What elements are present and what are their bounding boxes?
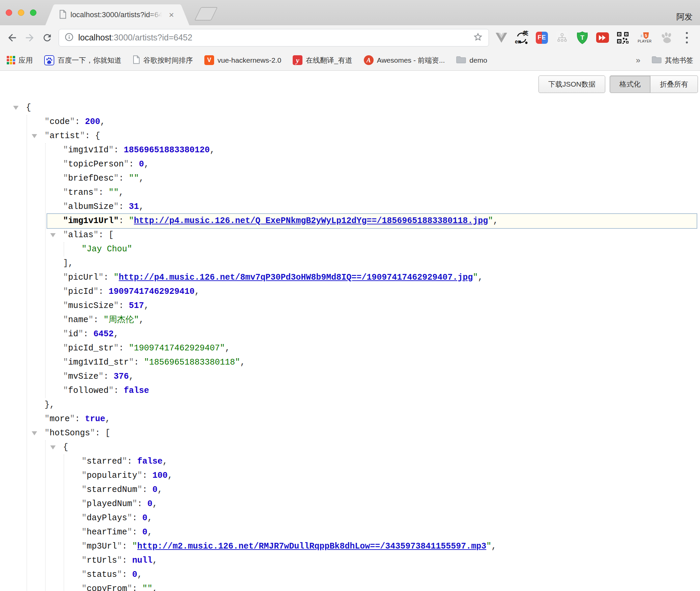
org-chart-icon[interactable] bbox=[554, 30, 570, 45]
json-line: "starred": false, bbox=[82, 455, 700, 469]
bookmark-star-icon[interactable] bbox=[473, 32, 483, 43]
json-punct: , bbox=[152, 556, 157, 565]
collapse-triangle-icon[interactable] bbox=[32, 134, 37, 138]
json-punct: , bbox=[195, 287, 200, 297]
json-punct: : bbox=[132, 584, 142, 591]
youdao-tile-icon: y bbox=[293, 55, 302, 65]
page-content: 下载JSON数据 格式化 折叠所有 {"code": 200,"artist":… bbox=[0, 71, 700, 591]
json-key: "alias" bbox=[63, 230, 98, 240]
json-line: "picUrl": "http://p4.music.126.net/8mv7q… bbox=[63, 271, 700, 285]
vue-devtools-icon[interactable] bbox=[494, 30, 509, 45]
bookmark-awesomes[interactable]: A Awesomes - 前端资... bbox=[364, 55, 445, 65]
json-string: "Jay Chou" bbox=[82, 244, 132, 254]
json-number: 0 bbox=[142, 513, 147, 523]
format-button[interactable]: 格式化 bbox=[610, 75, 650, 93]
json-punct: : bbox=[98, 287, 109, 297]
zoom-window-icon[interactable] bbox=[30, 9, 36, 16]
json-url-link[interactable]: http://p4.music.126.net/Q_ExePNkmgB2yWyL… bbox=[134, 216, 488, 226]
green-shield-t-icon[interactable]: T bbox=[575, 30, 590, 45]
json-block: "img1v1Id": 18569651883380120,"topicPers… bbox=[45, 143, 700, 398]
json-punct: : bbox=[119, 174, 129, 183]
json-number: 0 bbox=[152, 485, 157, 495]
collapse-triangle-icon[interactable] bbox=[13, 106, 19, 110]
bookmark-vue-hackernews[interactable]: V vue-hackernews-2.0 bbox=[204, 55, 281, 65]
collapse-triangle-icon[interactable] bbox=[50, 445, 56, 449]
fast-forward-icon[interactable] bbox=[595, 30, 610, 45]
reload-button[interactable] bbox=[38, 29, 56, 46]
json-line: "Jay Chou" bbox=[82, 242, 700, 256]
bookmark-google-sort[interactable]: 谷歌按时间排序 bbox=[133, 55, 193, 65]
json-line: "picId": 19097417462929410, bbox=[63, 285, 700, 299]
json-line: { bbox=[63, 440, 700, 455]
site-info-icon[interactable] bbox=[64, 32, 74, 43]
json-url-link[interactable]: http://p4.music.126.net/8mv7qP30Pd3oHW8b… bbox=[119, 273, 473, 282]
baidu-paw-icon bbox=[44, 55, 54, 65]
awesomes-circle-icon: A bbox=[364, 55, 374, 65]
back-button[interactable] bbox=[3, 29, 21, 46]
collapse-triangle-icon[interactable] bbox=[32, 431, 37, 435]
json-key: "picId_str" bbox=[63, 343, 119, 353]
download-json-button[interactable]: 下载JSON数据 bbox=[538, 75, 605, 93]
bookmarks-overflow-chevron[interactable]: » bbox=[636, 56, 640, 65]
json-line: "mp3Url": "http://m2.music.126.net/RMJR7… bbox=[82, 539, 700, 554]
json-number: 100 bbox=[152, 471, 168, 480]
json-line-selected: "img1v1Url": "http://p4.music.126.net/Q_… bbox=[47, 213, 697, 229]
json-line: "copyFrom": "", bbox=[82, 582, 700, 591]
url-path: :3000/artists?id=6452 bbox=[112, 33, 193, 42]
json-punct: , bbox=[478, 273, 483, 282]
json-url-link[interactable]: http://m2.music.126.net/RMJR7wDullRqppBk… bbox=[137, 541, 486, 551]
paw-icon[interactable] bbox=[659, 30, 674, 45]
json-key: "musicSize" bbox=[63, 301, 119, 311]
json-number: 0 bbox=[139, 159, 144, 169]
json-punct: : bbox=[127, 457, 137, 466]
new-tab-button[interactable] bbox=[194, 7, 218, 21]
page-icon bbox=[133, 55, 140, 65]
translate-icon[interactable]: 英 en bbox=[514, 30, 529, 45]
json-viewer-actions: 下载JSON数据 格式化 折叠所有 bbox=[538, 75, 698, 93]
json-line: "picId_str": "19097417462929407", bbox=[63, 341, 700, 355]
json-key: "starredNum" bbox=[82, 485, 142, 495]
json-punct: , bbox=[147, 513, 152, 523]
json-key: "followed" bbox=[63, 386, 114, 396]
profile-name[interactable]: 阿发 bbox=[676, 11, 693, 22]
bookmark-folder-demo[interactable]: demo bbox=[456, 56, 487, 65]
view-mode-toggle: 格式化 折叠所有 bbox=[610, 75, 698, 93]
json-number: 0 bbox=[142, 527, 147, 537]
json-line: ], bbox=[63, 256, 700, 271]
html5-player-icon[interactable]: s5 PLAYER bbox=[635, 30, 654, 45]
json-number: true bbox=[85, 414, 105, 424]
fe-helper-icon[interactable]: FE bbox=[534, 30, 550, 45]
tab-close-icon[interactable]: × bbox=[169, 10, 174, 19]
json-line: "rtUrls": null, bbox=[82, 554, 700, 568]
url-text[interactable]: localhost:3000/artists?id=6452 bbox=[78, 33, 192, 42]
forward-button[interactable] bbox=[21, 29, 38, 46]
close-window-icon[interactable] bbox=[6, 9, 12, 16]
json-number: 18569651883380120 bbox=[124, 145, 210, 155]
menu-kebab-icon[interactable] bbox=[679, 30, 695, 45]
json-punct: , bbox=[152, 499, 157, 509]
json-number: 6452 bbox=[93, 329, 114, 339]
json-punct: , bbox=[225, 343, 230, 353]
json-line: "artist": { bbox=[45, 129, 700, 143]
json-punct: , bbox=[105, 414, 110, 424]
json-punct: , bbox=[114, 329, 119, 339]
bookmark-baidu[interactable]: 百度一下，你就知道 bbox=[44, 55, 121, 65]
bookmark-apps[interactable]: 应用 bbox=[7, 56, 33, 65]
bookmark-youdao-translate[interactable]: y 在线翻译_有道 bbox=[293, 55, 352, 65]
traffic-lights bbox=[6, 9, 36, 16]
bookmark-other-folder[interactable]: 其他书签 bbox=[652, 56, 693, 65]
json-punct: , bbox=[240, 357, 245, 367]
collapse-all-button[interactable]: 折叠所有 bbox=[650, 75, 698, 93]
collapse-triangle-icon[interactable] bbox=[50, 233, 56, 237]
page-icon bbox=[59, 10, 66, 20]
json-number: false bbox=[137, 457, 163, 466]
bookmarks-bar: 应用 百度一下，你就知道 谷歌按时间排序 V vue-hackernews-2.… bbox=[0, 50, 700, 71]
json-punct: : bbox=[104, 372, 114, 381]
json-punct: : bbox=[119, 343, 129, 353]
json-number: 376 bbox=[114, 372, 129, 381]
qr-code-icon[interactable] bbox=[615, 30, 631, 45]
address-bar[interactable]: localhost:3000/artists?id=6452 bbox=[59, 29, 489, 46]
json-number: 517 bbox=[129, 301, 144, 311]
minimize-window-icon[interactable] bbox=[18, 9, 24, 16]
browser-tab[interactable]: localhost:3000/artists?id=645 × bbox=[55, 4, 180, 25]
